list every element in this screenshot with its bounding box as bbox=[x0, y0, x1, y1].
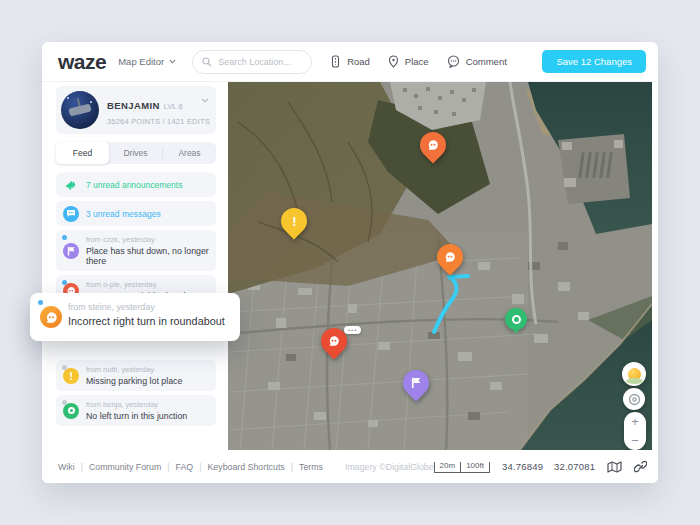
chat-bubble-icon bbox=[40, 306, 62, 328]
search-box[interactable] bbox=[192, 50, 312, 74]
profile-name: BENJAMIN bbox=[107, 100, 160, 111]
feed-item-text: Incorrect right turn in roundabout bbox=[68, 315, 232, 327]
zoom-in-button[interactable]: + bbox=[624, 412, 646, 431]
scale-metric: 20m bbox=[434, 462, 462, 473]
link-icon bbox=[634, 460, 647, 473]
footer-link-faq[interactable]: FAQ bbox=[176, 462, 194, 472]
comment-preview-bubble[interactable]: ••• bbox=[344, 326, 361, 334]
comment-button[interactable]: Comment bbox=[447, 55, 507, 68]
road-button[interactable]: Road bbox=[330, 55, 370, 68]
sidebar: BENJAMINLVL 6 35264 POINTS / 1421 EDITS … bbox=[42, 82, 228, 450]
place-pin-icon bbox=[388, 55, 399, 68]
map-editor-label: Map Editor bbox=[118, 56, 164, 67]
comment-bubble-icon bbox=[447, 55, 460, 68]
unread-dot bbox=[62, 235, 67, 240]
feed-item-meta: from benja, yesterday bbox=[86, 400, 210, 409]
announcements-label: 7 unread announcements bbox=[86, 180, 182, 190]
waze-map-editor-window: waze Map Editor Road bbox=[0, 0, 700, 525]
profile-card[interactable]: BENJAMINLVL 6 35264 POINTS / 1421 EDITS bbox=[56, 86, 216, 134]
road-icon bbox=[330, 55, 341, 68]
footer-link-terms[interactable]: Terms bbox=[299, 462, 323, 472]
road-label: Road bbox=[347, 56, 370, 67]
flag-icon bbox=[411, 377, 422, 389]
avatar bbox=[61, 91, 99, 129]
footer-link-keyboard-shortcuts[interactable]: Keyboard Shortcuts bbox=[207, 462, 284, 472]
profile-stats: 35264 POINTS / 1421 EDITS bbox=[107, 117, 210, 126]
footer-separator: | bbox=[81, 462, 83, 472]
profile-text: BENJAMINLVL 6 35264 POINTS / 1421 EDITS bbox=[107, 95, 210, 126]
messages-label: 3 unread messages bbox=[86, 209, 161, 219]
app-card: waze Map Editor Road bbox=[42, 42, 658, 483]
target-icon bbox=[628, 393, 641, 406]
no-turn-ring-icon bbox=[63, 403, 79, 419]
feed-item[interactable]: ! from nutti, yesterday Missing parking … bbox=[56, 360, 216, 391]
tab-drives[interactable]: Drives bbox=[109, 142, 162, 164]
sidebar-tabs: Feed Drives Areas bbox=[56, 142, 216, 164]
longitude-value: 32.07081 bbox=[554, 461, 595, 472]
place-label: Place bbox=[405, 56, 429, 67]
folded-map-icon bbox=[607, 461, 622, 473]
tab-areas[interactable]: Areas bbox=[163, 142, 216, 164]
map-view-button[interactable] bbox=[607, 461, 622, 473]
zoom-control: + − bbox=[624, 412, 646, 450]
map-coordinates: 34.76849 32.07081 bbox=[502, 461, 595, 472]
chat-bubble-icon bbox=[444, 251, 456, 263]
feed-item-highlighted[interactable]: from steine, yesterday Incorrect right t… bbox=[30, 293, 240, 341]
latitude-value: 34.76849 bbox=[502, 461, 543, 472]
permalink-button[interactable] bbox=[634, 460, 647, 473]
place-button[interactable]: Place bbox=[388, 55, 429, 68]
ring-icon bbox=[512, 315, 521, 324]
street-ball-button[interactable] bbox=[622, 362, 646, 386]
zoom-out-button[interactable]: − bbox=[624, 431, 646, 450]
chevron-down-icon bbox=[169, 59, 176, 64]
flag-icon bbox=[63, 243, 79, 259]
search-input[interactable] bbox=[218, 57, 308, 67]
unread-dot bbox=[38, 300, 43, 305]
profile-level: LVL 6 bbox=[164, 102, 183, 111]
megaphone-icon bbox=[63, 177, 79, 193]
feed-item-announcements[interactable]: 7 unread announcements bbox=[56, 172, 216, 197]
messages-icon bbox=[63, 206, 79, 222]
feed-item-meta: from czzk, yesterday bbox=[86, 235, 210, 244]
locate-button[interactable] bbox=[623, 388, 645, 410]
feed-item-meta: from nutti, yesterday bbox=[86, 365, 210, 374]
chevron-down-icon[interactable] bbox=[201, 89, 209, 107]
comment-label: Comment bbox=[466, 56, 507, 67]
map-scale-indicator: 20m 100ft bbox=[434, 461, 490, 473]
footer-separator: | bbox=[199, 462, 201, 472]
feed-item[interactable]: from benja, yesterday No left turn in th… bbox=[56, 395, 216, 426]
footer-link-wiki[interactable]: Wiki bbox=[58, 462, 75, 472]
feed-item-text: Missing parking lot place bbox=[86, 376, 210, 386]
waze-logo: waze bbox=[58, 50, 106, 74]
exclamation-icon: ! bbox=[63, 368, 79, 384]
map-marker-green[interactable] bbox=[505, 308, 527, 330]
feed-item-meta: from steine, yesterday bbox=[68, 302, 232, 312]
search-icon bbox=[202, 57, 212, 67]
scale-imperial: 100ft bbox=[461, 462, 490, 473]
footer-link-community-forum[interactable]: Community Forum bbox=[89, 462, 161, 472]
map-editor-dropdown[interactable]: Map Editor bbox=[118, 56, 176, 67]
footer-separator: | bbox=[167, 462, 169, 472]
feed-item-text: Place has shut down, no longer there bbox=[86, 246, 210, 266]
tab-feed[interactable]: Feed bbox=[56, 142, 109, 164]
feed-item-messages[interactable]: 3 unread messages bbox=[56, 201, 216, 226]
chat-bubble-icon bbox=[328, 335, 340, 347]
feed-item-meta: from o-pie, yesterday bbox=[86, 280, 210, 289]
yellow-ball-icon bbox=[628, 368, 641, 381]
footer-bar: Wiki| Community Forum| FAQ| Keyboard Sho… bbox=[42, 450, 658, 483]
map-canvas[interactable]: ! ••• bbox=[228, 82, 652, 450]
exclamation-icon: ! bbox=[292, 214, 296, 229]
save-changes-button[interactable]: Save 12 Changes bbox=[542, 50, 646, 73]
chat-bubble-icon bbox=[427, 139, 439, 151]
imagery-attribution: Imagery ©DigitalGlobe bbox=[345, 462, 434, 472]
top-bar: waze Map Editor Road bbox=[42, 42, 658, 82]
feed-item[interactable]: from czzk, yesterday Place has shut down… bbox=[56, 230, 216, 271]
feed-item-text: No left turn in this junction bbox=[86, 411, 210, 421]
footer-separator: | bbox=[291, 462, 293, 472]
